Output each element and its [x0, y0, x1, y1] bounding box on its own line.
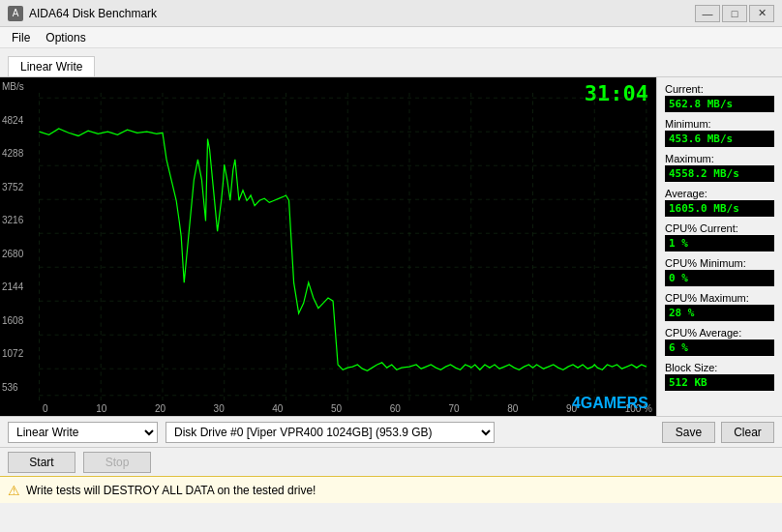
stat-cpu-maximum: CPU% Maximum: 28 % [665, 292, 774, 321]
block-size-value: 512 KB [665, 374, 774, 391]
stats-panel: Current: 562.8 MB/s Minimum: 453.6 MB/s … [656, 77, 782, 416]
warning-icon: ⚠ [8, 483, 20, 498]
stat-cpu-current: CPU% Current: 1 % [665, 222, 774, 251]
tab-linear-write[interactable]: Linear Write [8, 56, 95, 76]
stat-cpu-minimum: CPU% Minimum: 0 % [665, 257, 774, 286]
watermark: 4GAMERS [572, 395, 648, 412]
warning-text: Write tests will DESTROY ALL DATA on the… [26, 484, 316, 497]
action-buttons: Save Clear [662, 422, 774, 443]
app-icon: A [8, 6, 23, 21]
menu-options[interactable]: Options [38, 29, 93, 46]
main-content: MB/s 4824 4288 3752 3216 2680 2144 1608 … [0, 77, 782, 416]
cpu-current-value: 1 % [665, 235, 774, 251]
cpu-average-value: 6 % [665, 340, 774, 356]
stop-button[interactable]: Stop [83, 452, 151, 473]
stat-current: Current: 562.8 MB/s [665, 83, 774, 112]
start-button[interactable]: Start [8, 452, 75, 473]
window-controls: — □ ✕ [695, 5, 774, 22]
bottom-controls: Linear Write Disk Drive #0 [Viper VPR400… [0, 416, 782, 447]
stat-minimum: Minimum: 453.6 MB/s [665, 118, 774, 147]
current-value: 562.8 MB/s [665, 96, 774, 112]
stat-cpu-average: CPU% Average: 6 % [665, 327, 774, 356]
x-axis: 0 10 20 30 40 50 60 70 80 90 100 % [39, 403, 656, 414]
warning-bar: ⚠ Write tests will DESTROY ALL DATA on t… [0, 476, 782, 503]
maximize-button[interactable]: □ [722, 5, 747, 22]
cpu-minimum-value: 0 % [665, 270, 774, 286]
window-title: AIDA64 Disk Benchmark [29, 7, 157, 20]
cpu-maximum-value: 28 % [665, 305, 774, 321]
drive-select[interactable]: Disk Drive #0 [Viper VPR400 1024GB] (953… [165, 422, 495, 443]
average-value: 1605.0 MB/s [665, 200, 774, 217]
chart-svg [0, 77, 656, 416]
save-button[interactable]: Save [662, 422, 715, 443]
start-stop-row: Start Stop [0, 447, 782, 476]
minimum-value: 453.6 MB/s [665, 131, 774, 147]
tab-bar: Linear Write [0, 48, 782, 77]
menu-bar: File Options [0, 27, 782, 48]
stat-block-size: Block Size: 512 KB [665, 362, 774, 391]
test-type-select[interactable]: Linear Write [8, 422, 158, 443]
maximum-value: 4558.2 MB/s [665, 165, 774, 182]
menu-file[interactable]: File [4, 29, 38, 46]
stat-maximum: Maximum: 4558.2 MB/s [665, 153, 774, 182]
clear-button[interactable]: Clear [721, 422, 774, 443]
chart-area: MB/s 4824 4288 3752 3216 2680 2144 1608 … [0, 77, 656, 416]
close-button[interactable]: ✕ [749, 5, 774, 22]
minimize-button[interactable]: — [695, 5, 720, 22]
stat-average: Average: 1605.0 MB/s [665, 188, 774, 217]
title-bar: A AIDA64 Disk Benchmark — □ ✕ [0, 0, 782, 27]
